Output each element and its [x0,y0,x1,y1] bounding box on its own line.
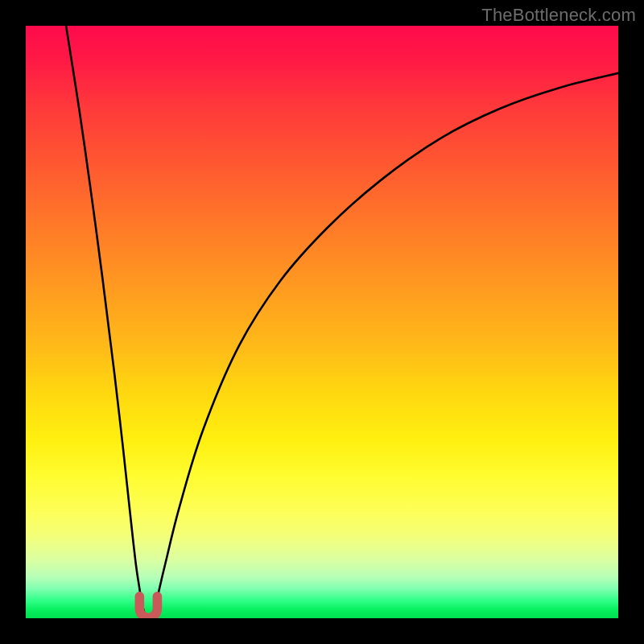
curve-right-branch [153,73,618,613]
bottleneck-curve [66,26,618,613]
plot-area [26,26,618,618]
curve-left-branch [66,26,144,613]
curve-svg [26,26,618,618]
watermark-text: TheBottleneck.com [481,5,636,26]
minimum-marker-u-icon [139,597,157,617]
minimum-marker [139,597,157,617]
chart-frame: TheBottleneck.com [0,0,644,644]
